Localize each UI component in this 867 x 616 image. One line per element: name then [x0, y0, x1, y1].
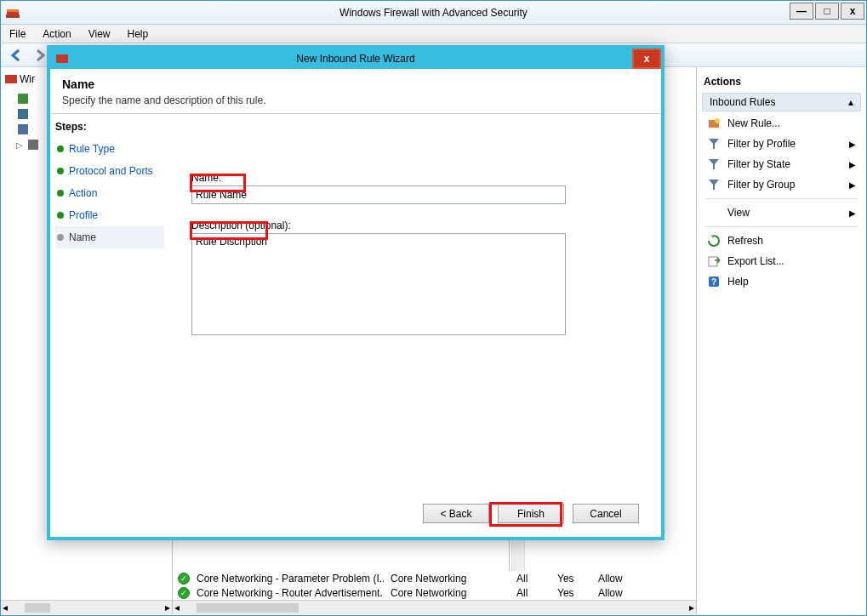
firewall-icon — [55, 52, 69, 66]
highlight-box — [489, 502, 562, 527]
dialog-subheading: Specify the name and description of this… — [62, 94, 649, 106]
rule-description-input[interactable] — [191, 233, 566, 335]
dialog-title-bar: New Inbound Rule Wizard x — [50, 48, 661, 69]
dialog-header: Name Specify the name and description of… — [50, 69, 661, 114]
wizard-steps: Steps: Rule Type Protocol and Ports Acti… — [50, 114, 169, 537]
dialog-backdrop: New Inbound Rule Wizard x Name Specify t… — [1, 1, 866, 615]
step-action[interactable]: Action — [55, 182, 164, 204]
step-name[interactable]: Name — [55, 226, 164, 248]
dialog-form: Name: Description (optional): < Back Fin… — [169, 114, 661, 537]
step-profile[interactable]: Profile — [55, 204, 164, 226]
new-inbound-rule-dialog: New Inbound Rule Wizard x Name Specify t… — [47, 45, 665, 540]
highlight-box — [190, 174, 246, 192]
dialog-heading: Name — [62, 77, 649, 91]
svg-rect-14 — [56, 54, 68, 63]
steps-label: Steps: — [55, 121, 164, 133]
step-protocol[interactable]: Protocol and Ports — [55, 160, 164, 182]
dialog-title: New Inbound Rule Wizard — [296, 53, 414, 65]
name-label: Name: — [191, 172, 639, 184]
back-button[interactable]: < Back — [423, 504, 489, 523]
step-rule-type[interactable]: Rule Type — [55, 138, 164, 160]
highlight-box — [190, 221, 268, 240]
rule-name-input[interactable] — [191, 185, 566, 204]
cancel-button[interactable]: Cancel — [573, 504, 639, 523]
dialog-close-button[interactable]: x — [632, 48, 661, 69]
